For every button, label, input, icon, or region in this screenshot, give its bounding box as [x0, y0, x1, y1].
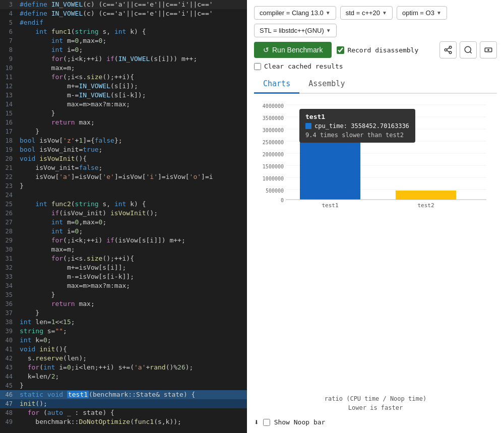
code-line: 11 for(;i<s.size();++i){: [0, 73, 247, 82]
svg-text:test1: test1: [322, 202, 338, 209]
action-row: ↺ Run Benchmark Record disassembly: [254, 41, 497, 58]
code-line: 9 for(;i<k;++i) if(IN_VOWEL(s[i])) m++;: [0, 54, 247, 64]
tab-assembly[interactable]: Assembly: [299, 75, 354, 94]
clear-cached-checkbox[interactable]: [254, 63, 261, 70]
code-line: 6 int func1(string s, int k) {: [0, 27, 247, 36]
code-line: 43 for(int i=0;i<len;++i) s+=('a'+rand()…: [0, 363, 247, 372]
share-button[interactable]: [439, 41, 457, 58]
svg-point-1: [445, 49, 447, 51]
code-line: 47 init();: [0, 399, 247, 408]
tab-charts[interactable]: Charts: [254, 75, 299, 94]
code-line: 10 max=m;: [0, 64, 247, 73]
settings-button[interactable]: [480, 41, 497, 58]
code-line: 44 k=len/2;: [0, 372, 247, 381]
code-line: 22 isVow['a']=isVow['e']=isVow['i']=isVo…: [0, 172, 247, 181]
record-disassembly-checkbox[interactable]: [337, 46, 344, 54]
record-disassembly-label[interactable]: Record disassembly: [337, 46, 418, 54]
chart-svg-wrapper: test1 cpu_time: 3558452.70163336 9.4 tim…: [254, 99, 497, 391]
chart-ratio-label: ratio (CPU time / Noop time) Lower is fa…: [254, 394, 497, 412]
code-line: 8 int i=0;: [0, 45, 247, 54]
svg-text:3500000: 3500000: [263, 115, 284, 121]
bar-test1[interactable]: [300, 115, 360, 200]
svg-point-0: [449, 46, 452, 49]
code-line: 33 m-=isVow[s[i-k]];: [0, 272, 247, 281]
compiler-chevron-icon: ▼: [326, 10, 331, 16]
icon-buttons-group: [439, 41, 497, 58]
code-line: 3 #define IN_VOWEL(c) (c=='a'||c=='e'||c…: [0, 0, 247, 9]
download-icon[interactable]: ⬇: [254, 417, 259, 427]
svg-line-3: [447, 50, 449, 52]
code-line: 14 max=m>max?m:max;: [0, 100, 247, 109]
svg-text:2000000: 2000000: [263, 152, 284, 157]
code-line: 37 }: [0, 308, 247, 318]
svg-text:1500000: 1500000: [263, 164, 284, 169]
code-line: 36 return max;: [0, 299, 247, 308]
code-line: 23 }: [0, 181, 247, 191]
code-line: 26 if(isVow_init) isVowInit();: [0, 209, 247, 218]
code-line: 35 }: [0, 290, 247, 299]
optim-select[interactable]: optim = O3 ▼: [397, 6, 447, 20]
std-chevron-icon: ▼: [382, 10, 387, 16]
run-benchmark-button[interactable]: ↺ Run Benchmark: [254, 42, 332, 58]
clear-cached-row: Clear cached results: [254, 63, 497, 70]
svg-point-7: [487, 49, 489, 51]
show-noop-checkbox[interactable]: [263, 419, 270, 426]
svg-text:test2: test2: [417, 202, 434, 209]
code-panel: 3 #define IN_VOWEL(c) (c=='a'||c=='e'||c…: [0, 0, 247, 433]
stl-chevron-icon: ▼: [326, 28, 331, 33]
code-line: 18 bool isVow['z'+1]={false};: [0, 136, 247, 145]
refresh-icon: ↺: [263, 46, 269, 54]
noop-row: ⬇ Show Noop bar: [254, 417, 497, 427]
right-panel: compiler = Clang 13.0 ▼ std = c++20 ▼ op…: [247, 0, 504, 433]
std-select[interactable]: std = c++20 ▼: [340, 6, 393, 20]
code-line: 12 m+=IN_VOWEL(s[i]);: [0, 82, 247, 91]
svg-point-5: [465, 46, 471, 52]
code-line: 48 for (auto _ : state) {: [0, 408, 247, 417]
code-line: 39 string s="";: [0, 327, 247, 336]
code-line: 30 max=m;: [0, 245, 247, 254]
code-line: 42 s.reserve(len);: [0, 354, 247, 363]
code-line: 7 int m=0,max=0;: [0, 36, 247, 45]
svg-text:0: 0: [281, 198, 284, 203]
chart-area: test1 cpu_time: 3558452.70163336 9.4 tim…: [254, 99, 497, 427]
code-line: 38 int len=1<<15;: [0, 318, 247, 327]
code-line: 17 }: [0, 127, 247, 136]
search-button[interactable]: [460, 41, 477, 58]
svg-text:1000000: 1000000: [263, 176, 284, 181]
code-line: 31 for(;i<s.size();++i){: [0, 254, 247, 263]
code-line: 20 void isVowInit(){: [0, 154, 247, 163]
code-line: 21 isVow_init=false;: [0, 163, 247, 172]
code-line: 15 }: [0, 109, 247, 118]
svg-line-6: [470, 51, 471, 53]
code-line: 40 int k=0;: [0, 336, 247, 345]
code-line: 41 void init(){: [0, 345, 247, 354]
code-line: 32 m+=isVow[s[i]];: [0, 263, 247, 272]
code-line: 4 #define IN_VOWEL(c) (c=='a'||c=='e'||c…: [0, 9, 247, 18]
code-line: 5 #endif: [0, 18, 247, 27]
svg-text:2500000: 2500000: [263, 140, 284, 145]
svg-text:4000000: 4000000: [263, 103, 284, 109]
code-line: 49 benchmark::DoNotOptimize(func1(s,k));: [0, 417, 247, 426]
code-line: 29 for(;i<k;++i) if(isVow[s[i]]) m++;: [0, 236, 247, 245]
code-line: 28 int i=0;: [0, 227, 247, 236]
code-line: 45 }: [0, 381, 247, 390]
compiler-select[interactable]: compiler = Clang 13.0 ▼: [254, 6, 336, 20]
svg-text:3000000: 3000000: [263, 128, 284, 133]
tabs-bar: Charts Assembly: [254, 75, 497, 94]
options-row: compiler = Clang 13.0 ▼ std = c++20 ▼ op…: [254, 6, 497, 37]
bar-test2[interactable]: [396, 191, 456, 200]
code-line: 19 bool isVow_init=true;: [0, 145, 247, 154]
code-line: 24: [0, 191, 247, 200]
stl-select[interactable]: STL = libstdc++(GNU) ▼: [254, 24, 337, 37]
svg-line-4: [447, 48, 449, 49]
code-line-highlighted: 46 static void test1(benchmark::State& s…: [0, 390, 247, 399]
code-line: 25 int func2(string s, int k) {: [0, 200, 247, 209]
optim-chevron-icon: ▼: [436, 10, 442, 16]
code-line: 16 return max;: [0, 118, 247, 127]
svg-text:500000: 500000: [266, 188, 284, 194]
bar-chart-svg: 4000000 3500000 3000000 2500000 2000000 …: [254, 99, 497, 210]
svg-point-2: [449, 51, 452, 54]
code-line: 34 max=m>max?m:max;: [0, 281, 247, 290]
code-line: 27 int m=0,max=0;: [0, 218, 247, 227]
code-line: 13 m-=IN_VOWEL(s[i-k]);: [0, 91, 247, 100]
